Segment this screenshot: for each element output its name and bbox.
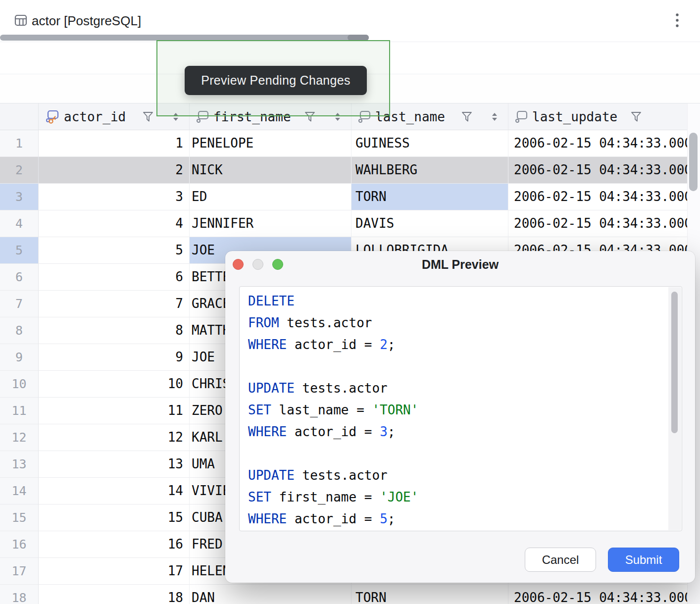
sql-line: DELETE bbox=[248, 290, 667, 312]
cell-last-name[interactable]: WAHLBERG bbox=[351, 157, 508, 184]
row-number[interactable]: 16 bbox=[0, 531, 39, 558]
tooltip: Preview Pending Changes bbox=[185, 66, 367, 95]
sql-line bbox=[248, 355, 667, 377]
column-header-actor-id[interactable]: actor_id bbox=[39, 103, 190, 130]
row-number[interactable]: 7 bbox=[0, 291, 39, 317]
column-header-last-name[interactable]: last_name bbox=[351, 103, 508, 130]
cell-actor-id[interactable]: 15 bbox=[39, 504, 190, 531]
cell-last-update[interactable]: 2006-02-15 04:34:33.000 bbox=[508, 130, 687, 157]
dml-preview-dialog: DML Preview DELETEFROM tests.actorWHERE … bbox=[225, 251, 695, 583]
cell-actor-id[interactable]: 7 bbox=[39, 291, 190, 317]
table-row[interactable]: 18 18 DAN TORN 2006-02-15 04:34:33.000 bbox=[0, 585, 687, 604]
tab-title: actor [PostgreSQL] bbox=[32, 13, 141, 29]
sql-line bbox=[248, 443, 667, 464]
cell-last-update[interactable]: 2006-02-15 04:34:33.000 bbox=[508, 157, 687, 184]
primary-key-icon bbox=[45, 109, 60, 124]
cell-last-update[interactable]: 2006-02-15 04:34:33.000 bbox=[508, 210, 687, 237]
row-number[interactable]: 3 bbox=[0, 184, 39, 210]
datagrip-table-editor: actor [PostgreSQL] bbox=[0, 0, 700, 604]
cell-actor-id[interactable]: 5 bbox=[39, 237, 190, 264]
table-row[interactable]: 1 1 PENELOPE GUINESS 2006-02-15 04:34:33… bbox=[0, 130, 687, 157]
cell-first-name[interactable]: JENNIFER bbox=[190, 210, 351, 237]
code-scrollbar-track[interactable] bbox=[668, 287, 681, 530]
cell-actor-id[interactable]: 14 bbox=[39, 478, 190, 504]
sql-line: FROM tests.actor bbox=[248, 312, 667, 334]
cell-actor-id[interactable]: 1 bbox=[39, 130, 190, 157]
vertical-scrollbar-thumb[interactable] bbox=[689, 133, 698, 191]
sql-line: WHERE actor_id = 2; bbox=[248, 334, 667, 355]
cell-first-name[interactable]: PENELOPE bbox=[190, 130, 351, 157]
row-number[interactable]: 12 bbox=[0, 424, 39, 451]
column-icon bbox=[357, 110, 371, 124]
cell-last-update[interactable]: 2006-02-15 04:34:33.000 bbox=[508, 585, 687, 604]
row-number[interactable]: 15 bbox=[0, 504, 39, 531]
row-number[interactable]: 2 bbox=[0, 157, 39, 184]
sort-arrows-icon[interactable] bbox=[491, 112, 498, 122]
row-number[interactable]: 6 bbox=[0, 264, 39, 291]
row-number[interactable]: 5 bbox=[0, 237, 39, 264]
row-number[interactable]: 1 bbox=[0, 130, 39, 157]
cell-actor-id[interactable]: 13 bbox=[39, 451, 190, 478]
cell-actor-id[interactable]: 18 bbox=[39, 585, 190, 604]
grid-header-row: actor_id first_name last_name bbox=[0, 103, 687, 130]
sql-line: SET last_name = 'TORN' bbox=[248, 399, 667, 421]
row-number[interactable]: 13 bbox=[0, 451, 39, 478]
cell-last-update[interactable]: 2006-02-15 04:34:33.000 bbox=[508, 184, 687, 210]
row-number[interactable]: 10 bbox=[0, 371, 39, 398]
more-menu-icon[interactable] bbox=[674, 12, 680, 29]
cell-actor-id[interactable]: 16 bbox=[39, 531, 190, 558]
column-label: last_name bbox=[375, 109, 445, 124]
cell-actor-id[interactable]: 2 bbox=[39, 157, 190, 184]
cancel-button[interactable]: Cancel bbox=[525, 548, 596, 572]
row-number[interactable]: 8 bbox=[0, 317, 39, 344]
column-header-first-name[interactable]: first_name bbox=[190, 103, 351, 130]
cell-actor-id[interactable]: 9 bbox=[39, 344, 190, 371]
column-header-last-update[interactable]: last_update bbox=[508, 103, 687, 130]
sql-line: UPDATE tests.actor bbox=[248, 464, 667, 486]
horizontal-scrollbar-thumb[interactable] bbox=[0, 35, 369, 41]
sort-arrows-icon[interactable] bbox=[172, 112, 179, 122]
row-number[interactable]: 11 bbox=[0, 398, 39, 424]
row-number[interactable]: 17 bbox=[0, 558, 39, 585]
tooltip-text: Preview Pending Changes bbox=[201, 73, 350, 88]
cell-actor-id[interactable]: 3 bbox=[39, 184, 190, 210]
submit-button[interactable]: Submit bbox=[608, 548, 679, 572]
cell-actor-id[interactable]: 17 bbox=[39, 558, 190, 585]
filter-funnel-icon[interactable] bbox=[143, 111, 153, 122]
cancel-label: Cancel bbox=[542, 553, 579, 567]
cell-first-name[interactable]: DAN bbox=[190, 585, 351, 604]
cell-first-name[interactable]: NICK bbox=[190, 157, 351, 184]
cell-actor-id[interactable]: 12 bbox=[39, 424, 190, 451]
row-number[interactable]: 14 bbox=[0, 478, 39, 504]
close-button[interactable] bbox=[233, 259, 244, 270]
table-row[interactable]: 4 4 JENNIFER DAVIS 2006-02-15 04:34:33.0… bbox=[0, 210, 687, 237]
cell-actor-id[interactable]: 10 bbox=[39, 371, 190, 398]
table-row[interactable]: 2 2 NICK WAHLBERG 2006-02-15 04:34:33.00… bbox=[0, 157, 687, 184]
cell-last-name[interactable]: TORN bbox=[351, 585, 508, 604]
dialog-title: DML Preview bbox=[225, 251, 695, 278]
horizontal-scrollbar-end[interactable] bbox=[348, 35, 369, 41]
filter-funnel-icon[interactable] bbox=[631, 111, 642, 122]
cell-actor-id[interactable]: 6 bbox=[39, 264, 190, 291]
row-number[interactable]: 9 bbox=[0, 344, 39, 371]
cell-last-name[interactable]: GUINESS bbox=[351, 130, 508, 157]
cell-actor-id[interactable]: 4 bbox=[39, 210, 190, 237]
minimize-button[interactable] bbox=[252, 259, 263, 270]
filter-funnel-icon[interactable] bbox=[461, 111, 472, 122]
sql-line: UPDATE tests.actor bbox=[248, 377, 667, 399]
cell-first-name[interactable]: ED bbox=[190, 184, 351, 210]
sort-arrows-icon[interactable] bbox=[334, 112, 341, 122]
cell-last-name[interactable]: DAVIS bbox=[351, 210, 508, 237]
code-scrollbar-thumb[interactable] bbox=[671, 292, 678, 433]
sql-line: WHERE actor_id = 3; bbox=[248, 421, 667, 443]
row-number[interactable]: 18 bbox=[0, 585, 39, 604]
cell-actor-id[interactable]: 8 bbox=[39, 317, 190, 344]
maximize-button[interactable] bbox=[272, 259, 283, 270]
row-number[interactable]: 4 bbox=[0, 210, 39, 237]
cell-last-name[interactable]: TORN bbox=[351, 184, 508, 210]
table-row[interactable]: 3 3 ED TORN 2006-02-15 04:34:33.000 bbox=[0, 184, 687, 210]
filter-funnel-icon[interactable] bbox=[304, 111, 315, 122]
sql-preview-editor[interactable]: DELETEFROM tests.actorWHERE actor_id = 2… bbox=[239, 286, 682, 531]
column-icon bbox=[514, 110, 528, 124]
cell-actor-id[interactable]: 11 bbox=[39, 398, 190, 424]
